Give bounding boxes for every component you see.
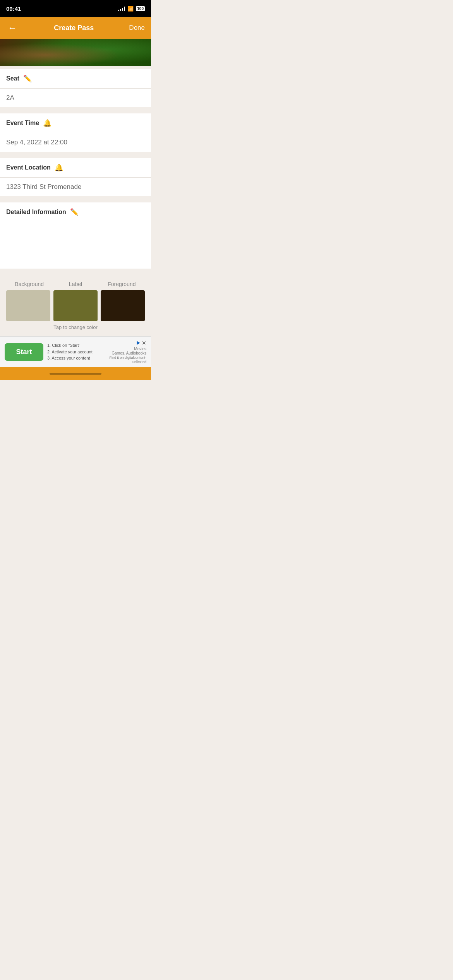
hero-image [0, 39, 151, 66]
label-color-swatch[interactable] [53, 290, 98, 321]
done-button[interactable]: Done [129, 24, 145, 32]
background-color-swatch[interactable] [6, 290, 50, 321]
detailed-info-value-row[interactable] [0, 222, 151, 269]
ad-close-button[interactable]: ✕ [142, 340, 146, 346]
battery-icon: 100 [136, 6, 145, 11]
event-location-value-row[interactable]: 1323 Third St Promenade [0, 178, 151, 196]
seat-edit-icon[interactable]: ✏️ [23, 74, 32, 83]
status-time: 09:41 [6, 5, 21, 12]
event-time-value: Sep 4, 2022 at 22:00 [6, 139, 67, 146]
detailed-info-label: Detailed Information [6, 209, 66, 216]
nav-bar: ← Create Pass Done [0, 17, 151, 39]
ad-play-icon [137, 341, 140, 345]
label-color-label: Label [52, 281, 98, 287]
content-area: Seat ✏️ 2A Event Time 🔔 Sep 4, 2022 at 2… [0, 66, 151, 367]
event-location-bell-icon[interactable]: 🔔 [55, 163, 63, 172]
back-button[interactable]: ← [6, 21, 19, 35]
event-time-value-row[interactable]: Sep 4, 2022 at 22:00 [0, 133, 151, 152]
page-title: Create Pass [54, 24, 94, 32]
ad-banner: Start 1. Click on "Start" 2. Activate yo… [0, 336, 151, 367]
signal-icon [118, 6, 125, 11]
ad-start-button[interactable]: Start [5, 343, 43, 361]
seat-field-group: Seat ✏️ 2A [0, 69, 151, 107]
foreground-color-label: Foreground [99, 281, 145, 287]
detailed-info-label-row: Detailed Information ✏️ [0, 202, 151, 222]
ad-right-text: MoviesGames. AudiobooksFind it on digita… [109, 347, 146, 364]
event-time-field-group: Event Time 🔔 Sep 4, 2022 at 22:00 [0, 113, 151, 152]
color-swatches [6, 290, 145, 321]
foreground-color-swatch[interactable] [101, 290, 145, 321]
detailed-info-edit-icon[interactable]: ✏️ [70, 208, 79, 216]
seat-value: 2A [6, 94, 14, 101]
seat-value-row[interactable]: 2A [0, 89, 151, 107]
home-indicator [50, 373, 101, 375]
event-location-value: 1323 Third St Promenade [6, 183, 81, 190]
color-tap-hint: Tap to change color [6, 324, 145, 330]
event-time-label-row: Event Time 🔔 [0, 113, 151, 133]
ad-right: ✕ MoviesGames. AudiobooksFind it on digi… [108, 340, 146, 364]
status-bar: 09:41 📶 100 [0, 0, 151, 17]
seat-label-row: Seat ✏️ [0, 69, 151, 89]
status-icons: 📶 100 [118, 6, 145, 12]
event-location-label: Event Location [6, 164, 51, 171]
event-location-label-row: Event Location 🔔 [0, 158, 151, 178]
color-labels: Background Label Foreground [6, 281, 145, 287]
event-time-label: Event Time [6, 120, 39, 127]
ad-text: 1. Click on "Start" 2. Activate your acc… [47, 342, 104, 362]
wifi-icon: 📶 [127, 6, 134, 12]
event-time-bell-icon[interactable]: 🔔 [43, 119, 51, 127]
bottom-bar [0, 367, 151, 380]
event-location-field-group: Event Location 🔔 1323 Third St Promenade [0, 158, 151, 196]
seat-label: Seat [6, 75, 19, 82]
color-section: Background Label Foreground Tap to chang… [0, 275, 151, 336]
background-color-label: Background [6, 281, 52, 287]
detailed-info-field-group: Detailed Information ✏️ [0, 202, 151, 269]
